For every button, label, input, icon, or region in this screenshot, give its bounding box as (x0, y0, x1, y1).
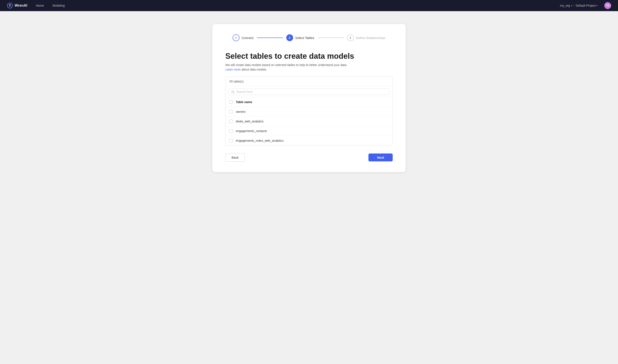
step-select-tables: 2 Select Tables (286, 34, 314, 41)
svg-point-1 (9, 5, 11, 7)
search-icon (231, 90, 234, 93)
step-define-relationships-label: Define Relationships (356, 36, 386, 40)
wizard-card: ✓ Connect 2 Select Tables 3 Define Relat… (212, 24, 406, 172)
subtitle-suffix: about data models. (241, 68, 267, 71)
brand-logo[interactable]: WrenAI (7, 2, 27, 9)
table-row[interactable]: deals_web_analytics (226, 117, 392, 126)
table-row[interactable]: owners (226, 107, 392, 117)
step-connect-circle: ✓ (233, 34, 239, 41)
table-count: 55 table(s) (226, 77, 392, 86)
row-checkbox-2[interactable] (229, 129, 233, 133)
avatar[interactable]: TE (604, 2, 611, 9)
header-checkbox[interactable] (229, 100, 233, 104)
row-label-2: engagements_contacts (236, 129, 267, 133)
card-footer: Back Next (225, 153, 393, 162)
navbar: WrenAI Home Modeling my_org ▾ / Default … (0, 0, 618, 11)
next-button[interactable]: Next (369, 154, 393, 161)
stepper: ✓ Connect 2 Select Tables 3 Define Relat… (225, 34, 393, 41)
nav-org[interactable]: my_org (560, 4, 570, 7)
step-define-relationships-circle: 3 (347, 34, 354, 41)
nav-links: Home Modeling (34, 3, 553, 8)
project-chevron-icon: ▾ (596, 4, 597, 7)
row-checkbox-0[interactable] (229, 110, 233, 113)
table-list: Table name owners deals_web_analytics en… (226, 97, 392, 145)
row-label-1: deals_web_analytics (236, 120, 263, 123)
table-row[interactable]: engagements_contacts (226, 126, 392, 136)
main-content: ✓ Connect 2 Select Tables 3 Define Relat… (0, 11, 618, 364)
row-label-0: owners (236, 110, 246, 113)
subtitle-text: We will create data models based on sele… (225, 63, 347, 67)
step-select-tables-circle: 2 (286, 34, 293, 41)
org-chevron-icon: ▾ (571, 4, 572, 7)
learn-more-link[interactable]: Learn more (225, 68, 241, 71)
row-checkbox-1[interactable] (229, 120, 233, 123)
nav-home[interactable]: Home (34, 3, 45, 8)
search-input[interactable] (236, 90, 387, 93)
breadcrumb-separator: / (574, 4, 575, 7)
back-button[interactable]: Back (225, 153, 245, 162)
learn-more-row: Learn more about data models. (225, 67, 393, 71)
table-header-label: Table name (236, 100, 252, 104)
search-input-wrap (229, 89, 389, 95)
wren-logo-icon (7, 2, 13, 9)
row-checkbox-3[interactable] (229, 139, 233, 142)
brand-name: WrenAI (14, 3, 27, 8)
row-label-3: engagements_notes_web_analytics (236, 139, 284, 142)
table-header-row[interactable]: Table name (226, 97, 392, 107)
nav-project[interactable]: Default Project ▾ (576, 4, 597, 7)
nav-breadcrumb: my_org ▾ / Default Project ▾ (560, 4, 597, 7)
search-row (226, 86, 392, 97)
step-connector-2 (318, 38, 343, 38)
step-select-tables-label: Select Tables (295, 36, 314, 40)
svg-line-3 (234, 92, 234, 93)
step-connector-1 (257, 38, 283, 38)
step-define-relationships: 3 Define Relationships (347, 34, 386, 41)
nav-modeling[interactable]: Modeling (51, 3, 67, 8)
step-connect: ✓ Connect (233, 34, 254, 41)
table-panel: 55 table(s) Table name (225, 77, 393, 145)
step-connect-label: Connect (242, 36, 254, 40)
page-subtitle: We will create data models based on sele… (225, 63, 393, 67)
page-title: Select tables to create data models (225, 52, 393, 61)
table-row[interactable]: engagements_notes_web_analytics (226, 136, 392, 145)
